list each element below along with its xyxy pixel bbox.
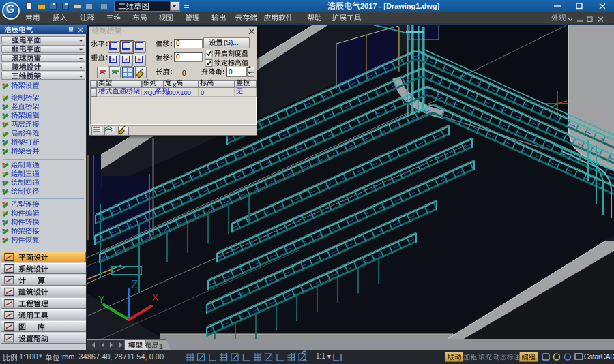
svg-text:X: X	[152, 292, 159, 303]
svg-text:Z: Z	[131, 278, 138, 291]
svg-text:Y: Y	[98, 294, 105, 305]
